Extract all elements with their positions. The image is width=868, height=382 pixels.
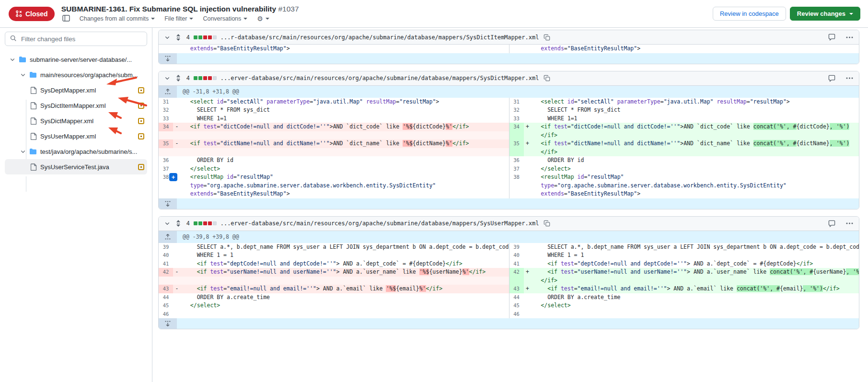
drag-grabber-icon[interactable] xyxy=(175,219,182,228)
diff-cell-right: 31 <select id="selectAll" parameterType=… xyxy=(509,98,859,106)
diff-settings-dropdown[interactable]: ⚙ xyxy=(257,15,269,23)
copy-path-button[interactable] xyxy=(543,219,551,228)
line-number[interactable]: 44 xyxy=(159,293,173,302)
file-filter-dropdown[interactable]: File filter xyxy=(164,15,193,22)
line-number[interactable]: 45 xyxy=(509,301,524,310)
code-line: 46 xyxy=(159,310,509,319)
line-number[interactable] xyxy=(159,190,173,198)
word-diff-highlight: concat('%', # xyxy=(770,268,813,275)
copy-path-button[interactable] xyxy=(543,33,551,42)
diff-cell-left: 33 WHERE 1=1 xyxy=(159,115,509,123)
expand-down-button[interactable] xyxy=(159,198,177,209)
file-comment-button[interactable] xyxy=(827,33,836,42)
file-options-kebab-button[interactable] xyxy=(845,35,854,39)
code-line: 39 SELECT a.*, b.dept_name FROM sys_user… xyxy=(159,243,509,252)
line-number[interactable]: 44 xyxy=(509,293,524,302)
line-number[interactable]: 41 xyxy=(509,260,524,268)
expand-up-button[interactable] xyxy=(159,86,177,98)
diff-cell-left: 45 </select> xyxy=(159,301,509,310)
code-line: 44 ORDER BY a.create_time xyxy=(509,293,859,302)
line-number[interactable]: 31 xyxy=(159,98,173,106)
line-number[interactable]: 40 xyxy=(159,251,173,260)
tree-folder-test-java-org-apache-submarine-s-[interactable]: test/java/org/apache/submarine/s... xyxy=(5,144,147,159)
file-options-kebab-button[interactable] xyxy=(845,221,854,225)
line-number[interactable]: 46 xyxy=(509,310,524,319)
code-segment: <resultMap xyxy=(190,174,223,180)
tree-file-sysdictmapper-xml[interactable]: SysDictMapper.xml xyxy=(5,113,147,128)
collapse-file-button[interactable] xyxy=(163,220,171,227)
line-number[interactable]: 39 xyxy=(159,243,173,252)
line-number[interactable]: 40 xyxy=(509,251,524,260)
line-number[interactable]: 41 xyxy=(159,260,173,268)
line-number[interactable]: 43 xyxy=(159,285,173,293)
line-number[interactable]: 35 xyxy=(509,139,524,148)
line-number[interactable]: 46 xyxy=(159,310,173,319)
tree-file-sysusermapper-xml[interactable]: SysUserMapper.xml xyxy=(5,128,147,144)
line-number[interactable] xyxy=(509,148,524,157)
line-number[interactable]: 43 xyxy=(509,285,524,293)
code-segment: "dictName!=null and dictName!=''" xyxy=(220,140,329,147)
line-number[interactable] xyxy=(509,190,524,198)
code-text: type="org.apache.submarine.server.databa… xyxy=(181,182,509,190)
collapse-file-button[interactable] xyxy=(163,74,171,82)
line-number[interactable]: 37 xyxy=(159,165,173,174)
line-number[interactable] xyxy=(159,45,173,53)
diff-row: 41 <if test="deptCode!=null and deptCode… xyxy=(159,260,859,268)
line-number[interactable]: 36 xyxy=(509,156,524,165)
drag-grabber-icon[interactable] xyxy=(175,74,182,82)
code-segment: "BaseEntityResultMap" xyxy=(217,45,286,52)
drag-grabber-icon[interactable] xyxy=(175,33,182,42)
expand-down-button[interactable] xyxy=(159,53,177,64)
tree-file-sysuserservicetest-java[interactable]: SysUserServiceTest.java xyxy=(5,159,147,174)
line-number[interactable] xyxy=(509,131,524,140)
review-in-codespace-button[interactable]: Review in codespace xyxy=(713,7,786,21)
line-number[interactable] xyxy=(159,182,173,190)
file-path-link[interactable]: ...erver-database/src/main/resources/org… xyxy=(220,75,539,81)
file-path-link[interactable]: ...erver-database/src/main/resources/org… xyxy=(220,220,539,227)
line-number[interactable]: 34 xyxy=(509,123,524,131)
line-number[interactable]: 33 xyxy=(159,115,173,123)
line-number[interactable]: 37 xyxy=(509,165,524,174)
line-number[interactable]: 45 xyxy=(159,301,173,310)
expand-up-button[interactable] xyxy=(159,231,177,243)
line-number[interactable]: 34 xyxy=(159,123,173,131)
code-segment: "dictCode!=null and dictCode!=''" xyxy=(220,123,329,130)
file-comment-button[interactable] xyxy=(827,219,836,228)
tree-file-sysdictitemmapper-xml[interactable]: SysDictItemMapper.xml xyxy=(5,98,147,113)
tree-folder-submarine-server-server-database-[interactable]: submarine-server/server-database/... xyxy=(5,52,147,67)
line-number[interactable]: 33 xyxy=(509,115,524,123)
collapse-file-button[interactable] xyxy=(163,34,171,41)
tree-folder-main-resources-org-apache-subm-[interactable]: main/resources/org/apache/subm... xyxy=(5,67,147,82)
line-number[interactable]: 36 xyxy=(159,156,173,165)
line-number[interactable]: 42 xyxy=(509,268,524,277)
line-number[interactable] xyxy=(509,277,524,285)
file-path-link[interactable]: ...r-database/src/main/resources/org/apa… xyxy=(220,34,539,41)
line-number[interactable]: 32 xyxy=(509,106,524,115)
file-filter-input[interactable] xyxy=(20,35,142,43)
line-number[interactable]: 39 xyxy=(509,243,524,252)
code-segment: <if xyxy=(547,285,557,292)
conversations-dropdown[interactable]: Conversations xyxy=(203,15,247,22)
line-number[interactable] xyxy=(509,182,524,190)
add-comment-button[interactable]: + xyxy=(169,173,177,181)
code-segment: </if> xyxy=(426,285,443,292)
line-number[interactable]: 31 xyxy=(509,98,524,106)
file-options-kebab-button[interactable] xyxy=(845,76,854,80)
line-number[interactable]: 42 xyxy=(159,268,173,277)
expand-down-button[interactable] xyxy=(159,318,177,329)
tree-file-sysdeptmapper-xml[interactable]: SysDeptMapper.xml xyxy=(5,82,147,98)
line-number[interactable]: 35 xyxy=(159,139,173,148)
line-number[interactable]: 32 xyxy=(159,106,173,115)
line-number[interactable]: 38 xyxy=(509,173,524,182)
review-changes-button[interactable]: Review changes xyxy=(790,7,860,21)
copy-path-button[interactable] xyxy=(543,74,551,82)
diff-cell-left: 36 ORDER BY id xyxy=(159,156,509,165)
line-number[interactable] xyxy=(509,45,524,53)
code-segment: </select> xyxy=(541,302,570,309)
changes-from-dropdown[interactable]: Changes from all commits xyxy=(80,15,155,22)
code-segment xyxy=(200,140,204,147)
diff-row: 40 WHERE 1 = 140 WHERE 1 = 1 xyxy=(159,251,859,260)
sidebar-toggle-button[interactable] xyxy=(62,15,70,23)
code-segment: </if> xyxy=(452,140,469,147)
file-comment-button[interactable] xyxy=(827,74,836,83)
